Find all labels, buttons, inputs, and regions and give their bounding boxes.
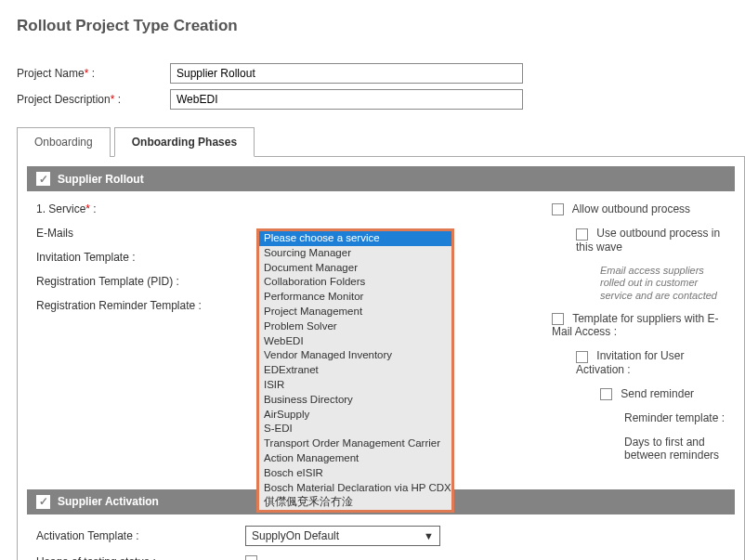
service-option[interactable]: 倛僸偑兗釆洽冇淦 — [259, 495, 451, 510]
project-name-label: Project Name* : — [17, 67, 170, 80]
project-desc-label: Project Description* : — [17, 93, 170, 106]
chevron-down-icon: ▼ — [424, 530, 434, 541]
service-option[interactable]: S-EDI — [259, 422, 451, 436]
registration-template-label: Registration Template (PID) : — [36, 275, 255, 288]
service-option[interactable]: Vendor Managed Inventory — [259, 348, 451, 363]
project-desc-input[interactable] — [170, 89, 523, 110]
service-option[interactable]: ISIR — [259, 378, 451, 393]
service-option[interactable]: AirSupply — [259, 408, 451, 423]
service-option[interactable]: Action Management — [259, 451, 451, 466]
check-icon: ✓ — [36, 172, 50, 186]
outbound-note: Email access suppliers rolled out in cus… — [600, 265, 725, 303]
service-label: 1. Service* : — [36, 202, 255, 215]
send-reminder-label: Send reminder — [621, 387, 694, 400]
service-option[interactable]: Bosch Material Declaration via HP CDX — [259, 481, 451, 496]
tab-body: ✓ Supplier Rollout 1. Service* : E-Mails… — [17, 157, 745, 560]
registration-reminder-label: Registration Reminder Template : — [36, 299, 255, 312]
service-option[interactable]: Project Management — [259, 305, 451, 319]
activation-template-value: SupplyOn Default — [252, 529, 339, 542]
invitation-user-activation-checkbox[interactable] — [576, 351, 588, 363]
usage-testing-checkbox[interactable] — [245, 555, 257, 560]
send-reminder-checkbox[interactable] — [600, 388, 612, 400]
service-option[interactable]: Transport Order Management Carrier — [259, 436, 451, 451]
tab-strip: Onboarding Onboarding Phases — [17, 126, 745, 157]
activation-template-select[interactable]: SupplyOn Default ▼ — [245, 526, 440, 546]
service-option[interactable]: Sourcing Manager — [259, 246, 451, 261]
service-option[interactable]: Performance Monitor — [259, 290, 451, 305]
section-supplier-rollout: ✓ Supplier Rollout 1. Service* : E-Mails… — [27, 166, 735, 480]
service-option[interactable]: WebEDI — [259, 334, 451, 349]
service-option[interactable]: Problem Solver — [259, 319, 451, 334]
allow-outbound-checkbox[interactable] — [552, 203, 564, 215]
page-title: Rollout Project Type Creation — [17, 17, 745, 35]
service-option[interactable]: Business Directory — [259, 393, 451, 408]
service-option[interactable]: Document Manager — [259, 261, 451, 276]
days-first-between-label: Days to first and between reminders — [624, 436, 719, 462]
invitation-template-label: Invitation Template : — [36, 251, 255, 264]
service-option[interactable]: Bosch eISIR — [259, 466, 451, 481]
template-email-access-checkbox[interactable] — [552, 313, 564, 325]
section-header-rollout: ✓ Supplier Rollout — [27, 166, 735, 191]
service-option[interactable]: Please choose a service — [259, 231, 451, 246]
project-name-input[interactable] — [170, 63, 523, 84]
reminder-template-label: Reminder template : — [624, 411, 725, 424]
tab-onboarding-phases[interactable]: Onboarding Phases — [114, 127, 255, 157]
service-option[interactable]: EDExtranet — [259, 363, 451, 378]
activation-template-label: Activation Template : — [36, 529, 245, 542]
use-outbound-wave-label: Use outbound process in this wave — [576, 227, 720, 253]
project-form: Project Name* : Project Description* : — [17, 63, 745, 110]
usage-testing-label: Usage of testing status : — [36, 555, 245, 560]
invitation-user-activation-label: Invitation for User Activation : — [576, 349, 684, 375]
service-option[interactable]: Collaboration Folders — [259, 275, 451, 290]
use-outbound-wave-checkbox[interactable] — [576, 228, 588, 241]
check-icon: ✓ — [36, 495, 50, 509]
template-email-access-label: Template for suppliers with E-Mail Acces… — [552, 312, 719, 338]
tab-onboarding[interactable]: Onboarding — [17, 127, 111, 157]
emails-label: E-Mails — [36, 227, 255, 240]
service-dropdown[interactable]: Please choose a serviceSourcing ManagerD… — [256, 228, 454, 513]
allow-outbound-label: Allow outbound process — [572, 202, 690, 215]
